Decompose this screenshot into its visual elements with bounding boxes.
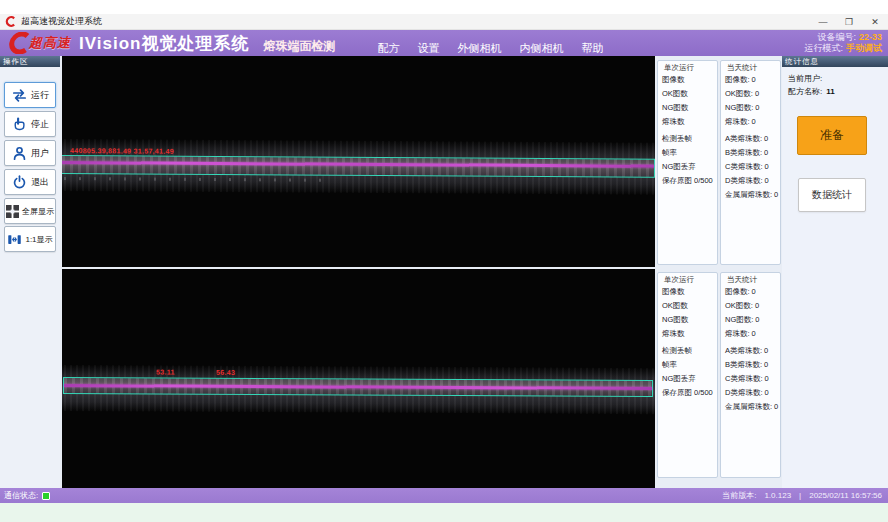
stat-label: D类熔珠数: (725, 176, 763, 185)
stat-row: OK图数:0 (725, 299, 779, 313)
stat-row: 金属屑熔珠数:0 (725, 400, 779, 414)
stats-panel-top: 单次运行 图像数 OK图数 NG图数 熔珠数 检测丢帧 帧率 NG图丢弃 保存原… (657, 60, 781, 265)
fullscreen-button[interactable]: 全屏显示 (4, 198, 56, 224)
recipe-name-label: 配方名称: (788, 87, 822, 96)
measurement-annotation: 440805.39,881.49 31.57,41.49 (70, 147, 174, 155)
one-to-one-icon (7, 233, 22, 246)
menu-item-outer-camera[interactable]: 外侧相机 (457, 41, 501, 56)
material-strip: 53.11 56.43 (62, 365, 655, 414)
stat-row: D类熔珠数:0 (725, 386, 779, 400)
stat-label: NG图丢弃 (662, 374, 696, 383)
stat-label: OK图数: (725, 301, 753, 310)
daily-stats-title: 当天统计 (725, 63, 759, 73)
stat-label: D类熔珠数: (725, 388, 763, 397)
recipe-name-row: 配方名称:11 (788, 85, 888, 98)
stat-label: NG图数: (725, 103, 753, 112)
stop-button[interactable]: 停止 (4, 111, 56, 137)
stat-row: OK图数 (662, 87, 716, 101)
info-panel-title: 统计信息 (782, 56, 888, 67)
stat-value: 0 (774, 402, 778, 411)
stat-label: 图像数 (662, 287, 685, 296)
stat-value: 0 (755, 89, 759, 98)
device-info: 设备编号:22-33 运行模式:手动调试 (804, 32, 882, 54)
stat-row: NG图数 (662, 101, 716, 115)
run-loop-icon (11, 87, 28, 104)
stat-label: C类熔珠数: (725, 374, 763, 383)
single-run-title: 单次运行 (662, 275, 696, 285)
measurement-annotation-right: 56.43 (216, 369, 235, 376)
minimize-icon[interactable]: — (810, 14, 836, 30)
stat-row: NG图数 (662, 313, 716, 327)
material-strip: 440805.39,881.49 31.57,41.49 (62, 139, 655, 195)
exit-button[interactable]: 退出 (4, 169, 56, 195)
close-icon[interactable]: ✕ (862, 14, 888, 30)
stat-label: A类熔珠数: (725, 134, 762, 143)
brand-logo-text: 超高速 (29, 34, 71, 52)
stat-row: 保存原图0/500 (662, 174, 716, 188)
stat-value: 0 (764, 148, 768, 157)
stat-row: 图像数:0 (725, 73, 779, 87)
stat-label: B类熔珠数: (725, 360, 762, 369)
stat-value: 0 (764, 134, 768, 143)
statistics-info-panel: 统计信息 当前用户: 配方名称:11 准备 数据统计 (782, 56, 888, 488)
stat-label: 熔珠数: (725, 329, 750, 338)
user-button[interactable]: 用户 (4, 140, 56, 166)
stat-row: 检测丢帧 (662, 344, 716, 358)
menu-item-recipe[interactable]: 配方 (377, 41, 399, 56)
stat-value: 0 (765, 162, 769, 171)
stat-value: 0 (755, 103, 759, 112)
current-user-row: 当前用户: (788, 72, 888, 85)
menu-item-settings[interactable]: 设置 (417, 41, 439, 56)
stat-value: 0/500 (694, 176, 713, 185)
window-title: 超高速视觉处理系统 (21, 15, 102, 28)
stat-row: D类熔珠数:0 (725, 174, 779, 188)
stat-label: 熔珠数 (662, 117, 685, 126)
stat-label: 保存原图 (662, 176, 692, 185)
stat-label: 熔珠数: (725, 117, 750, 126)
stat-row: 熔珠数:0 (725, 115, 779, 129)
fullscreen-button-label: 全屏显示 (22, 206, 54, 217)
menu-item-help[interactable]: 帮助 (581, 41, 603, 56)
app-header: 超高速 IVision视觉处理系统 熔珠端面检测 配方 设置 外侧相机 内侧相机… (0, 30, 888, 56)
run-button-label: 运行 (31, 89, 49, 102)
prepare-button[interactable]: 准备 (797, 116, 867, 155)
stat-value: 0 (752, 329, 756, 338)
stat-row: C类熔珠数:0 (725, 372, 779, 386)
stat-row: 金属屑熔珠数:0 (725, 188, 779, 202)
stat-value: 0 (752, 287, 756, 296)
app-window: 超高速视觉处理系统 — ❐ ✕ 超高速 IVision视觉处理系统 熔珠端面检测… (0, 0, 888, 522)
menu-item-inner-camera[interactable]: 内侧相机 (519, 41, 563, 56)
daily-stats-groupbox: 当天统计 图像数:0 OK图数:0 NG图数:0 熔珠数:0 A类熔珠数:0 B… (720, 60, 781, 265)
stats-panel-bottom: 单次运行 图像数 OK图数 NG图数 熔珠数 检测丢帧 帧率 NG图丢弃 保存原… (657, 272, 781, 478)
stat-label: NG图丢弃 (662, 162, 696, 171)
stat-value: 0 (765, 176, 769, 185)
detection-box (63, 377, 653, 397)
stat-row: C类熔珠数:0 (725, 160, 779, 174)
stat-row: 检测丢帧 (662, 132, 716, 146)
stat-label: 检测丢帧 (662, 346, 692, 355)
data-statistics-button[interactable]: 数据统计 (798, 178, 866, 212)
main-menu: 配方 设置 外侧相机 内侧相机 帮助 (377, 41, 603, 56)
stat-row: B类熔珠数:0 (725, 146, 779, 160)
stat-row: 熔珠数:0 (725, 327, 779, 341)
one-to-one-button-label: 1:1显示 (25, 234, 52, 245)
run-button[interactable]: 运行 (4, 82, 56, 108)
stat-row: 图像数 (662, 73, 716, 87)
operations-sidebar: 操作区 运行 停止 (0, 56, 60, 488)
measurement-annotation-left: 53.11 (156, 369, 175, 376)
one-to-one-button[interactable]: 1:1显示 (4, 226, 56, 252)
detection-box (62, 155, 655, 178)
device-id-value: 22-33 (859, 32, 882, 42)
stat-value: 0 (765, 374, 769, 383)
version-info: 当前版本: 1.0.123 | 2025/02/11 16:57:56 (722, 490, 882, 501)
stat-row: NG图丢弃 (662, 372, 716, 386)
stat-row: 帧率 (662, 146, 716, 160)
maximize-icon[interactable]: ❐ (836, 14, 862, 30)
stat-value: 0 (752, 117, 756, 126)
stat-row: OK图数:0 (725, 87, 779, 101)
stat-value: 0 (765, 388, 769, 397)
stat-label: A类熔珠数: (725, 346, 762, 355)
sidebar-title: 操作区 (0, 56, 60, 67)
window-titlebar: 超高速视觉处理系统 — ❐ ✕ (0, 14, 888, 30)
stat-row: 保存原图0/500 (662, 386, 716, 400)
